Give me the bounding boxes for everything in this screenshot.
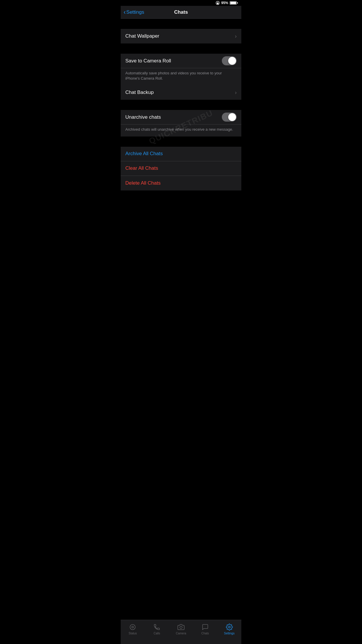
- delete-all-chats-row[interactable]: Delete All Chats: [121, 176, 241, 190]
- back-label: Settings: [126, 9, 144, 15]
- chat-backup-label: Chat Backup: [125, 90, 154, 95]
- unarchive-chats-label: Unarchive chats: [125, 114, 161, 120]
- back-chevron-icon: ‹: [124, 9, 126, 15]
- nav-bar: ‹ Settings Chats: [121, 6, 241, 19]
- back-button[interactable]: ‹ Settings: [124, 9, 144, 15]
- unarchive-description: Archived chats will unarchive when you r…: [121, 125, 241, 136]
- unarchive-chats-row[interactable]: Unarchive chats: [121, 110, 241, 125]
- archive-all-chats-row[interactable]: Archive All Chats: [121, 147, 241, 161]
- spacer-3: [121, 100, 241, 110]
- action-group: Archive All Chats Clear All Chats Delete…: [121, 147, 241, 190]
- chat-backup-right: ›: [235, 90, 237, 96]
- lock-icon: [216, 1, 220, 5]
- clear-all-chats-label: Clear All Chats: [125, 165, 158, 171]
- camera-roll-description: Automatically save photos and videos you…: [121, 68, 241, 85]
- spacer-2: [121, 43, 241, 54]
- chat-wallpaper-right: ›: [235, 33, 237, 39]
- battery-icon: [230, 1, 238, 5]
- page-title: Chats: [174, 9, 188, 15]
- chat-backup-row[interactable]: Chat Backup ›: [121, 85, 241, 100]
- chevron-right-icon-2: ›: [235, 90, 237, 96]
- content: Chat Wallpaper › Save to Camera Roll Aut…: [121, 19, 241, 249]
- save-to-camera-roll-toggle[interactable]: [222, 56, 237, 65]
- chat-wallpaper-group: Chat Wallpaper ›: [121, 29, 241, 43]
- archive-all-chats-label: Archive All Chats: [125, 151, 163, 157]
- battery-percent: 95%: [221, 1, 228, 5]
- clear-all-chats-row[interactable]: Clear All Chats: [121, 161, 241, 176]
- status-bar: 95%: [121, 0, 241, 6]
- chevron-right-icon: ›: [235, 33, 237, 39]
- save-to-camera-roll-label: Save to Camera Roll: [125, 58, 171, 64]
- unarchive-chats-toggle[interactable]: [222, 113, 237, 122]
- unarchive-group: Unarchive chats Archived chats will unar…: [121, 110, 241, 136]
- save-to-camera-roll-row[interactable]: Save to Camera Roll: [121, 54, 241, 68]
- chat-wallpaper-row[interactable]: Chat Wallpaper ›: [121, 29, 241, 43]
- save-to-camera-roll-right: [222, 56, 237, 65]
- spacer-1: [121, 19, 241, 29]
- unarchive-chats-right: [222, 113, 237, 122]
- svg-rect-1: [217, 3, 219, 4]
- bottom-spacer: [121, 190, 241, 249]
- toggle-knob: [228, 57, 236, 65]
- chat-wallpaper-label: Chat Wallpaper: [125, 33, 159, 39]
- toggle-knob-2: [228, 113, 236, 121]
- camera-roll-group: Save to Camera Roll Automatically save p…: [121, 54, 241, 100]
- delete-all-chats-label: Delete All Chats: [125, 180, 161, 186]
- status-bar-right: 95%: [216, 1, 238, 5]
